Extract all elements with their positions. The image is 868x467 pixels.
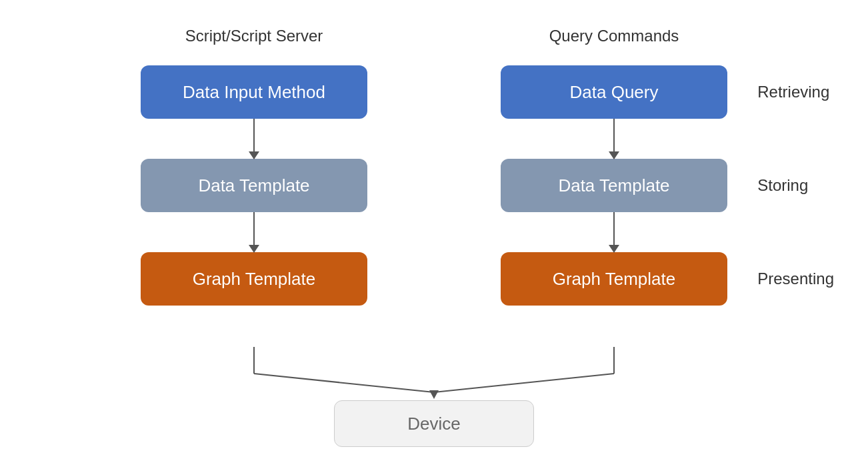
arrow-1-left	[253, 119, 255, 159]
right-column: Data Query Data Template Graph Template	[501, 65, 727, 306]
svg-line-1	[254, 374, 434, 392]
left-column: Data Input Method Data Template Graph Te…	[141, 65, 367, 306]
diagram-container: Script/Script Server Query Commands Data…	[0, 0, 868, 467]
data-template-label-left: Data Template	[198, 175, 309, 196]
column-headers: Script/Script Server Query Commands	[0, 0, 868, 45]
arrow-1-right	[613, 119, 615, 159]
arrow-2-left	[253, 212, 255, 252]
graph-template-label-right: Graph Template	[553, 269, 676, 290]
device-label: Device	[407, 414, 460, 434]
device-box: Device	[334, 400, 534, 447]
label-storing: Storing	[757, 176, 808, 195]
converge-arrows-svg	[141, 347, 727, 400]
bottom-section: Device	[34, 347, 834, 467]
graph-template-box-left: Graph Template	[141, 252, 367, 306]
graph-template-box-right: Graph Template	[501, 252, 727, 306]
svg-marker-4	[429, 390, 439, 399]
label-presenting: Presenting	[757, 270, 834, 288]
data-input-method-label: Data Input Method	[183, 82, 325, 103]
col-header-right: Query Commands	[501, 27, 727, 45]
label-retrieving: Retrieving	[757, 83, 829, 101]
arrow-2-right	[613, 212, 615, 252]
data-template-box-right: Data Template	[501, 159, 727, 212]
data-template-label-right: Data Template	[558, 175, 669, 196]
data-template-box-left: Data Template	[141, 159, 367, 212]
data-query-label: Data Query	[570, 82, 659, 103]
data-input-method-box: Data Input Method	[141, 65, 367, 119]
svg-line-3	[434, 374, 614, 392]
side-labels: Retrieving Storing Presenting	[757, 65, 834, 306]
graph-template-label-left: Graph Template	[193, 269, 316, 290]
data-query-box: Data Query	[501, 65, 727, 119]
col-header-left: Script/Script Server	[141, 27, 367, 45]
